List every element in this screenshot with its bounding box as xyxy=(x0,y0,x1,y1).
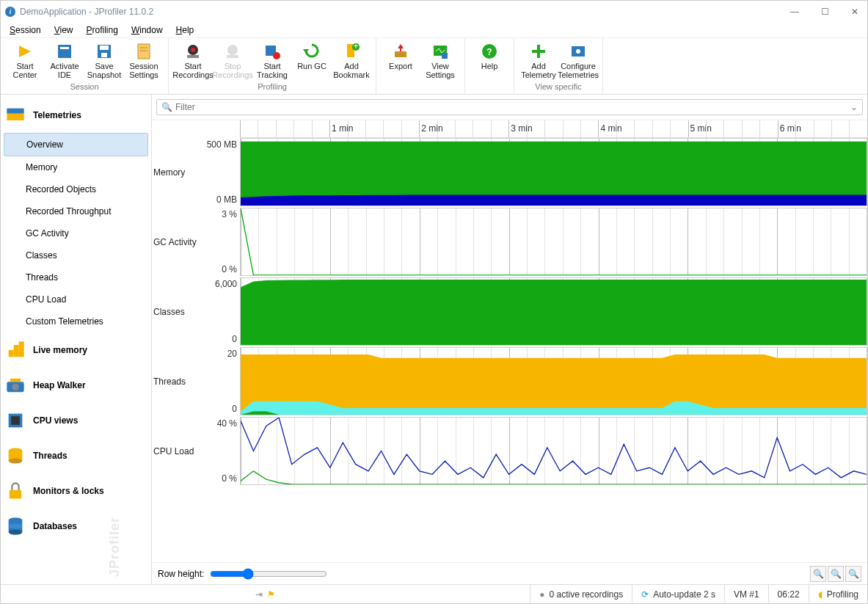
flag-icon[interactable]: ⚑ xyxy=(267,589,275,600)
view-settings-button[interactable]: ViewSettings xyxy=(420,41,460,81)
chart-plot[interactable] xyxy=(240,208,867,276)
activate-ide-icon xyxy=(56,43,73,60)
svg-text:+: + xyxy=(353,43,358,51)
toolbar-group-label: View specific xyxy=(514,81,602,94)
sidebar-section-databases[interactable]: Databases xyxy=(1,509,151,544)
menu-window[interactable]: Window xyxy=(125,23,169,37)
sidebar-section-telemetries[interactable]: Telemetries xyxy=(1,98,151,133)
sidebar-section-threads[interactable]: Threads xyxy=(1,438,151,473)
start-center-button[interactable]: StartCenter xyxy=(5,41,45,81)
svg-rect-40 xyxy=(11,416,20,425)
session-settings-button[interactable]: SessionSettings xyxy=(124,41,164,81)
add-bookmark-icon: + xyxy=(343,43,360,60)
maximize-button[interactable]: ☐ xyxy=(817,5,834,18)
start-recordings-button[interactable]: StartRecordings xyxy=(173,41,213,81)
sidebar-section-live-memory[interactable]: Live memory xyxy=(1,332,151,368)
sidebar-item-gc-activity[interactable]: GC Activity xyxy=(1,222,151,244)
sidebar-section-monitors-locks[interactable]: Monitors & locks xyxy=(1,473,151,509)
svg-rect-22 xyxy=(400,47,401,51)
export-button[interactable]: Export xyxy=(381,41,420,81)
menu-help[interactable]: Help xyxy=(170,23,200,37)
start-center-icon xyxy=(16,43,34,60)
telemetries-icon xyxy=(5,105,26,125)
status-update: Auto-update 2 s xyxy=(653,589,715,600)
add-telemetry-button[interactable]: AddTelemetry xyxy=(519,41,558,81)
status-clock: 06:22 xyxy=(778,589,800,600)
export-icon[interactable]: ⇥ xyxy=(255,589,263,600)
sidebar-item-cpu-load[interactable]: CPU Load xyxy=(1,288,151,310)
svg-rect-38 xyxy=(10,379,21,382)
sidebar-item-custom-telemetries[interactable]: Custom Telemetries xyxy=(1,310,151,332)
chart-memory: Memory500 MB0 MB xyxy=(152,138,867,208)
row-height-label: Row height: xyxy=(158,569,204,579)
sidebar-item-memory[interactable]: Memory xyxy=(1,156,151,178)
status-state: Profiling xyxy=(827,589,858,600)
sidebar: Telemetries OverviewMemoryRecorded Objec… xyxy=(1,95,152,584)
sidebar-item-recorded-throughput[interactable]: Recorded Throughput xyxy=(1,200,151,222)
chart-plot[interactable] xyxy=(240,347,867,415)
sidebar-item-threads[interactable]: Threads xyxy=(1,266,151,288)
help-button[interactable]: ?Help xyxy=(470,41,509,72)
svg-point-30 xyxy=(576,49,580,54)
start-tracking-button[interactable]: StartTracking xyxy=(252,41,292,81)
status-vm: VM #1 xyxy=(734,589,759,600)
run-gc-button[interactable]: Run GC xyxy=(292,41,332,81)
session-settings-icon xyxy=(135,43,153,60)
configure-telemetries-button[interactable]: ConfigureTelemetries xyxy=(558,41,598,81)
add-telemetry-icon xyxy=(530,43,547,60)
close-button[interactable]: ✕ xyxy=(847,5,863,18)
zoom-fit-button[interactable]: 🔍 xyxy=(845,566,861,582)
svg-rect-11 xyxy=(187,55,199,58)
sidebar-header-label: Telemetries xyxy=(33,110,81,120)
chart-plot[interactable] xyxy=(240,138,867,206)
heap-walker-icon xyxy=(5,375,26,396)
chart-label: GC Activity xyxy=(152,208,203,276)
activate-ide-button[interactable]: ActivateIDE xyxy=(45,41,84,81)
menubar: SessionViewProfilingWindowHelp xyxy=(1,22,867,38)
menu-session[interactable]: Session xyxy=(4,23,47,37)
save-snapshot-button[interactable]: SaveSnapshot xyxy=(84,41,124,81)
sidebar-item-recorded-objects[interactable]: Recorded Objects xyxy=(1,178,151,200)
chart-classes: Classes6,0000 xyxy=(152,277,867,347)
chart-plot[interactable] xyxy=(240,277,867,346)
filter-box[interactable]: 🔍 ⌄ xyxy=(156,99,863,115)
start-tracking-icon xyxy=(263,43,281,60)
stop-recordings-icon xyxy=(224,43,241,60)
sidebar-section-heap-walker[interactable]: Heap Walker xyxy=(1,368,151,403)
toolbar: StartCenterActivateIDESaveSnapshotSessio… xyxy=(1,38,867,95)
chart-gc-activity: GC Activity3 %0 % xyxy=(152,208,867,277)
menu-view[interactable]: View xyxy=(48,23,79,37)
run-gc-icon xyxy=(303,43,321,60)
svg-rect-4 xyxy=(100,46,109,50)
svg-rect-13 xyxy=(227,55,238,58)
svg-rect-31 xyxy=(7,114,23,120)
svg-rect-32 xyxy=(7,109,23,114)
live-memory-icon xyxy=(5,340,26,360)
zoom-out-button[interactable]: 🔍 xyxy=(810,566,826,582)
chart-label: Classes xyxy=(152,277,203,346)
sidebar-item-classes[interactable]: Classes xyxy=(1,244,151,266)
monitors-locks-icon xyxy=(5,481,26,501)
minimize-button[interactable]: — xyxy=(786,5,803,18)
sidebar-section-cpu-views[interactable]: CPU views xyxy=(1,403,151,438)
app-icon: i xyxy=(5,7,15,17)
databases-icon xyxy=(5,516,26,536)
filter-dropdown-icon[interactable]: ⌄ xyxy=(850,102,858,112)
chart-plot[interactable] xyxy=(240,417,867,485)
svg-rect-35 xyxy=(19,342,24,357)
filter-input[interactable] xyxy=(175,102,850,112)
svg-rect-5 xyxy=(101,53,107,57)
svg-rect-1 xyxy=(58,45,71,58)
svg-point-15 xyxy=(273,52,280,59)
refresh-icon[interactable]: ⟳ xyxy=(641,589,649,600)
chart-label: Threads xyxy=(152,347,203,415)
row-height-slider[interactable] xyxy=(210,568,327,580)
zoom-in-button[interactable]: 🔍 xyxy=(828,566,844,582)
search-icon: 🔍 xyxy=(161,102,172,112)
svg-rect-28 xyxy=(532,50,545,53)
menu-profiling[interactable]: Profiling xyxy=(81,23,124,37)
svg-point-37 xyxy=(12,384,18,390)
add-bookmark-button[interactable]: +AddBookmark xyxy=(332,41,371,81)
sidebar-item-overview[interactable]: Overview xyxy=(4,133,148,156)
svg-marker-0 xyxy=(19,46,31,57)
